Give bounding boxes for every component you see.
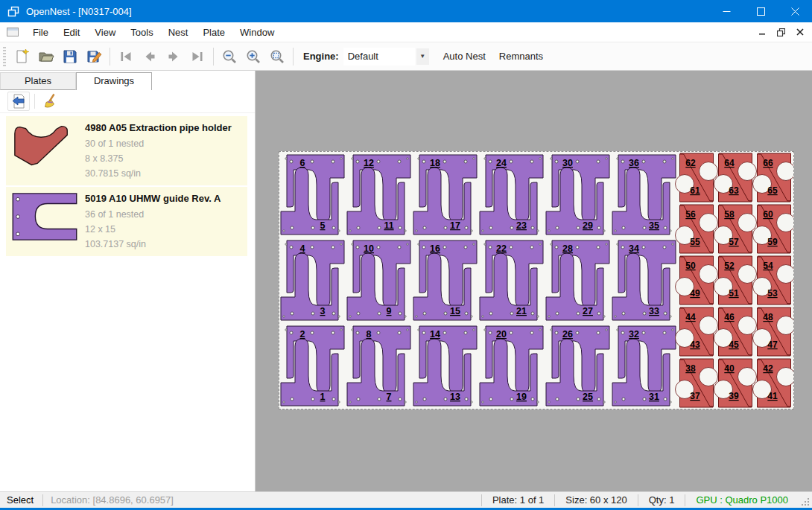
tab-plates[interactable]: Plates: [0, 72, 76, 90]
nested-part-pair-purple[interactable]: 3231: [612, 326, 676, 406]
new-file-button[interactable]: [10, 45, 34, 68]
clear-drawings-button[interactable]: [39, 92, 62, 111]
toolbar-grip[interactable]: [3, 47, 6, 66]
svg-text:59: 59: [767, 237, 778, 247]
zoom-in-button[interactable]: [241, 45, 265, 68]
drawing-title: 5019 A10 UHMW guide Rev. A: [85, 193, 244, 204]
maximize-button[interactable]: [743, 0, 778, 22]
plate[interactable]: 6512111817242330293635431091615222128273…: [279, 151, 794, 409]
document-system-icon[interactable]: [6, 26, 19, 38]
svg-text:28: 28: [562, 243, 573, 254]
menu-file[interactable]: File: [25, 23, 56, 42]
drawing-item-4980[interactable]: 4980 A05 Extraction pipe holder 30 of 1 …: [6, 116, 247, 185]
svg-text:50: 50: [685, 261, 696, 271]
nav-last-icon: [189, 48, 206, 65]
auto-nest-button[interactable]: Auto Nest: [437, 46, 492, 66]
svg-text:58: 58: [724, 209, 735, 220]
svg-text:32: 32: [629, 329, 639, 340]
import-arrow-icon: [10, 93, 27, 109]
svg-text:39: 39: [729, 391, 739, 401]
mdi-minimize-button[interactable]: [753, 24, 772, 40]
svg-text:56: 56: [685, 209, 696, 220]
nav-previous-button[interactable]: [138, 45, 162, 68]
svg-text:42: 42: [763, 363, 773, 374]
svg-text:40: 40: [724, 363, 735, 374]
nested-part-pair-purple[interactable]: 43: [281, 240, 344, 320]
svg-text:52: 52: [724, 261, 735, 271]
nested-part-pair-purple[interactable]: 87: [347, 326, 410, 406]
main-toolbar: Engine: Default ▼ Auto Nest Remnants: [0, 42, 812, 71]
app-icon: [7, 5, 19, 17]
save-button[interactable]: [58, 45, 82, 68]
nested-part-pair-purple[interactable]: 1817: [413, 155, 477, 235]
remnants-button[interactable]: Remnants: [492, 46, 550, 66]
nested-part-pair-purple[interactable]: 109: [347, 240, 410, 320]
engine-value: Default: [343, 48, 415, 66]
menu-edit[interactable]: Edit: [56, 23, 87, 42]
new-file-icon: [14, 48, 31, 65]
svg-text:21: 21: [516, 306, 527, 316]
svg-text:17: 17: [450, 220, 460, 231]
nested-part-pair-purple[interactable]: 1615: [413, 240, 477, 320]
zoom-fit-button[interactable]: [265, 45, 289, 68]
nested-part-pair-purple[interactable]: 2019: [480, 326, 543, 406]
nested-part-pair-purple[interactable]: 3029: [546, 155, 609, 235]
resize-grip[interactable]: [800, 497, 811, 507]
svg-text:43: 43: [690, 340, 700, 350]
status-plate-size: Size: 60 x 120: [555, 494, 637, 506]
drawing-item-5019[interactable]: 5019 A10 UHMW guide Rev. A 36 of 1 neste…: [6, 187, 247, 256]
menu-plate[interactable]: Plate: [195, 23, 232, 42]
menu-view[interactable]: View: [87, 23, 123, 42]
nested-part-pair-purple[interactable]: 21: [281, 326, 344, 406]
import-drawing-button[interactable]: [7, 92, 30, 111]
svg-text:45: 45: [729, 340, 739, 350]
mdi-restore-button[interactable]: [772, 24, 790, 40]
nested-part-pair-purple[interactable]: 1413: [413, 326, 477, 406]
status-qty: Qty: 1: [638, 494, 685, 506]
plate-svg[interactable]: 6512111817242330293635431091615222128273…: [279, 152, 793, 409]
nest-canvas[interactable]: 6512111817242330293635431091615222128273…: [256, 71, 812, 491]
svg-text:31: 31: [649, 392, 659, 402]
menu-tools[interactable]: Tools: [123, 23, 160, 42]
tab-drawings[interactable]: Drawings: [76, 72, 152, 90]
nested-part-pair-purple[interactable]: 2221: [480, 240, 543, 320]
drawing-nested: 36 of 1 nested: [85, 207, 244, 222]
nav-last-button[interactable]: [185, 45, 209, 68]
nested-part-pair-purple[interactable]: 3433: [612, 240, 676, 320]
svg-text:16: 16: [430, 243, 440, 254]
nested-part-pair-purple[interactable]: 2827: [546, 240, 609, 320]
svg-text:19: 19: [516, 392, 527, 402]
zoom-out-button[interactable]: [218, 45, 241, 68]
save-icon: [62, 48, 78, 65]
svg-text:65: 65: [767, 185, 778, 196]
nested-part-pair-purple[interactable]: 65: [281, 155, 344, 235]
menu-bar: File Edit View Tools Nest Plate Window: [0, 22, 812, 42]
close-button[interactable]: [778, 0, 812, 22]
svg-text:34: 34: [629, 243, 639, 254]
nested-part-pair-purple[interactable]: 2625: [546, 326, 609, 406]
svg-text:55: 55: [690, 237, 700, 247]
open-file-button[interactable]: [34, 45, 58, 68]
svg-text:9: 9: [387, 306, 392, 316]
engine-select[interactable]: Default ▼: [343, 48, 429, 66]
nested-part-pair-purple[interactable]: 1211: [347, 155, 410, 235]
drawing-nested: 30 of 1 nested: [85, 136, 244, 151]
menu-nest[interactable]: Nest: [161, 23, 196, 42]
save-as-button[interactable]: [82, 45, 106, 68]
nav-first-button[interactable]: [114, 45, 138, 68]
zoom-fit-icon: [269, 48, 285, 65]
nested-part-pair-purple[interactable]: 2423: [480, 155, 543, 235]
svg-text:11: 11: [384, 220, 393, 231]
svg-text:63: 63: [729, 185, 739, 196]
minimize-button[interactable]: [709, 0, 743, 22]
drawing-size: 8 x 8.375: [85, 151, 244, 166]
svg-text:5: 5: [320, 220, 326, 231]
drawings-toolbar: [0, 90, 255, 113]
chevron-down-icon[interactable]: ▼: [416, 48, 429, 65]
svg-text:27: 27: [583, 306, 593, 316]
nested-part-pair-purple[interactable]: 3635: [612, 155, 676, 235]
menu-window[interactable]: Window: [232, 23, 282, 42]
nav-next-button[interactable]: [162, 45, 185, 68]
mdi-close-button[interactable]: [790, 24, 809, 40]
svg-text:61: 61: [690, 185, 700, 196]
